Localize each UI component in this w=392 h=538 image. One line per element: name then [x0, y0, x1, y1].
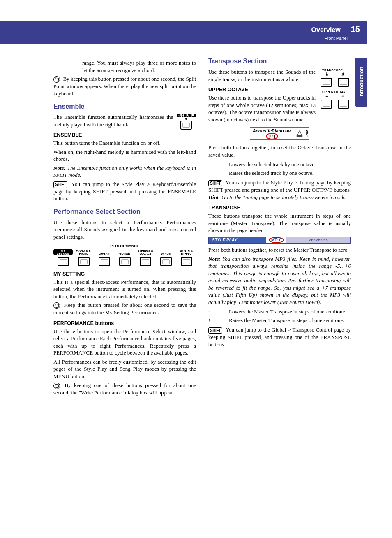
perf-button-graphic — [160, 257, 172, 266]
hold-icon — [53, 383, 60, 389]
header-subtitle: Front Panel — [311, 36, 348, 41]
hold-icon — [53, 302, 60, 309]
svg-rect-0 — [296, 135, 302, 137]
transpose-panel-label: TRANSPOSE — [322, 68, 343, 72]
header-page-number: 15 — [351, 25, 360, 34]
section-tab-label: Introduction — [358, 67, 364, 98]
row-val: Raises the Master Transpose in steps of … — [229, 317, 351, 324]
sound-bank-icon — [294, 128, 305, 139]
perf-label-5: SYNTH & ETHNIC — [177, 249, 196, 255]
row-key: + — [208, 169, 229, 177]
gm-badge: GM — [285, 129, 291, 133]
perf-buttons-p2: All Performances can be freely customize… — [53, 358, 196, 380]
row-val: Raises the selected track by one octave. — [229, 169, 351, 177]
performance-heading: Performance Select Section — [53, 208, 196, 216]
transpose-sharp-button-graphic — [338, 78, 349, 87]
transpose-panel-graphic: TRANSPOSE ♭ ♯ UPPER OCTAVE − + — [319, 68, 351, 109]
shift-badge: SHIFT — [208, 327, 222, 334]
octave-up-button-graphic — [338, 100, 349, 109]
octave-value-circle: [+1] — [266, 133, 278, 139]
transpose-heading: Transpose Section — [208, 58, 351, 65]
transpose-sub-heading: TRANSPOSE — [208, 205, 351, 211]
performance-panel-header: PERFORMANCE — [110, 244, 139, 248]
ensemble-panel-graphic: ENSEMBLE — [176, 114, 196, 130]
master-transpose-value: MT: 0 — [269, 237, 284, 243]
perf-buttons-hold-tip: By keeping one of these buttons pressed … — [53, 382, 196, 397]
ensemble-p1: This button turns the Ensemble function … — [53, 139, 196, 147]
ensemble-panel-label: ENSEMBLE — [176, 114, 196, 118]
flat-icon: ♭ — [326, 72, 328, 77]
perf-label-3: STRINGS & VOCALS — [136, 249, 155, 255]
transpose-flat-button-graphic — [321, 78, 332, 87]
transpose-shift-tip: SHIFT You can jump to the Global > Trans… — [208, 326, 351, 348]
row-key: ♭ — [208, 308, 229, 315]
transpose-note: Note: You can also transpose MP3 files. … — [208, 255, 351, 306]
perf-button-graphic — [99, 257, 110, 266]
ensemble-shift-tip: SHIFT You can jump to the Style Play > K… — [53, 181, 196, 202]
ensemble-intro: The Ensemble function automatically harm… — [53, 114, 196, 128]
perf-label-4: WINDS — [156, 252, 175, 255]
header-divider — [346, 24, 346, 37]
sharp-icon: ♯ — [341, 72, 344, 77]
perf-label-1: ORGAN — [95, 252, 114, 255]
my-setting-hold-tip: Keep this button pressed for about one s… — [53, 301, 196, 316]
chord-display: <no chord> — [286, 237, 350, 243]
upper-octave-p2: Press both buttons together, to reset th… — [208, 144, 351, 158]
row-val: Lowers the selected track by one octave. — [229, 161, 351, 168]
my-setting-pill: MY SETTING — [53, 249, 73, 255]
performance-panel-graphic: PERFORMANCE MY SETTING PIANO & E. PIANO … — [53, 244, 196, 267]
transpose-table: ♭ Lowers the Master Transpose in steps o… — [208, 308, 351, 324]
plus-icon: + — [341, 94, 344, 99]
my-setting-p1: This is a special direct-access Performa… — [53, 278, 196, 300]
ensemble-note: Note: The Ensemble function only works w… — [53, 165, 196, 179]
ensemble-p2: When on, the right-hand melody is harmon… — [53, 148, 196, 163]
page-header: Overview 15 Front Panel — [0, 21, 367, 44]
perf-label-2: GUITAR — [115, 252, 134, 255]
row-key: – — [208, 161, 229, 168]
perf-button-graphic — [119, 257, 131, 266]
sound-display-graphic: AcousticPiano GM [+1] U P 1 — [250, 127, 310, 140]
right-column: Transpose Section TRANSPOSE ♭ ♯ UPPER OC… — [208, 58, 367, 398]
perf-button-graphic — [58, 257, 69, 266]
split-point-hold-tip: By keeping this button pressed for about… — [53, 75, 196, 97]
sound-name: AcousticPiano — [253, 128, 284, 133]
style-play-header-graphic: STYLE PLAY MT: 0 <no chord> — [208, 237, 351, 244]
hold-icon — [53, 76, 60, 83]
shift-badge: SHIFT — [208, 180, 222, 187]
my-setting-heading: MY SETTING — [53, 271, 196, 277]
row-val: Lowers the Master Transpose in steps of … — [229, 308, 351, 315]
ensemble-heading: Ensemble — [53, 103, 196, 110]
perf-buttons-p1: Use these buttons to open the Performanc… — [53, 328, 196, 357]
performance-intro: Use these buttons to select a Performanc… — [53, 219, 196, 241]
perf-button-graphic — [181, 257, 192, 266]
perf-label-0: PIANO & E. PIANO — [74, 249, 93, 255]
octave-table: – Lowers the selected track by one octav… — [208, 161, 351, 176]
style-play-label: STYLE PLAY — [209, 237, 266, 243]
perf-buttons-heading: PERFORMANCE buttons — [53, 320, 196, 326]
up1-label: U P 1 — [305, 128, 309, 139]
perf-button-graphic — [78, 257, 90, 266]
intro-range-text: range. You must always play three or mor… — [53, 59, 196, 74]
left-column: range. You must always play three or mor… — [25, 58, 196, 398]
minus-icon: − — [325, 94, 328, 99]
ensemble-sub-heading: ENSEMBLE — [53, 132, 196, 138]
row-key: ♯ — [208, 317, 229, 324]
upper-octave-shift-tip: SHIFT You can jump to the Style Play > T… — [208, 179, 351, 201]
shift-badge: SHIFT — [53, 181, 67, 188]
perf-button-graphic — [140, 257, 151, 266]
octave-down-button-graphic — [321, 100, 332, 109]
section-tab: Introduction — [355, 58, 367, 107]
transpose-p1: These buttons transpose the whole instru… — [208, 212, 351, 234]
led-icon — [185, 118, 187, 120]
header-title: Overview — [311, 26, 341, 33]
transpose-p2: Press both buttons together, to reset th… — [208, 246, 351, 254]
ensemble-button-graphic — [180, 121, 192, 130]
